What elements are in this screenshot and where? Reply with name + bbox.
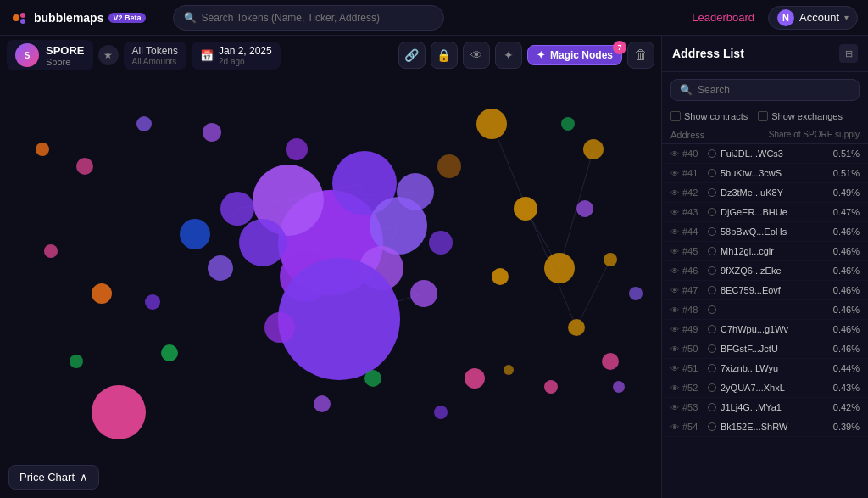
bubble-node[interactable] (92, 283, 112, 304)
bubble-node[interactable] (76, 158, 93, 175)
bubble-node[interactable] (286, 138, 308, 160)
address-row[interactable]: 👁 #49 C7hWpu...g1Wv 0.46% (662, 320, 868, 339)
row-address: J1Lj4G...MYa1 (721, 402, 821, 412)
bubble-node[interactable] (561, 117, 575, 131)
magic-icon: ✦ (537, 49, 545, 61)
magic-nodes-button[interactable]: ✦ Magic Nodes 7 (527, 45, 622, 65)
bubble-node[interactable] (629, 287, 643, 300)
search-input[interactable] (202, 12, 433, 24)
address-row[interactable]: 👁 #47 8EC759...Eovf 0.46% (662, 281, 868, 300)
row-number: #51 (682, 363, 708, 373)
search-bar[interactable]: 🔍 (173, 5, 444, 31)
row-share: 0.46% (821, 246, 860, 256)
address-row[interactable]: 👁 #44 58pBwQ...EoHs 0.46% (662, 222, 868, 242)
row-icons: 👁 (670, 188, 679, 198)
row-circle (708, 364, 716, 372)
bubble-node[interactable] (314, 395, 331, 412)
bubble-node[interactable] (410, 280, 437, 307)
row-circle (708, 383, 716, 392)
row-circle (708, 325, 716, 333)
bubble-node[interactable] (136, 116, 152, 131)
contracts-checkbox[interactable] (670, 111, 681, 121)
bubble-node[interactable] (492, 268, 509, 285)
bubble-node[interactable] (44, 244, 58, 258)
magic-badge: 7 (613, 41, 626, 54)
price-chart-button[interactable]: Price Chart ∧ (8, 465, 99, 490)
address-row[interactable]: 👁 #53 J1Lj4G...MYa1 0.42% (662, 398, 868, 417)
bubble-node[interactable] (583, 139, 604, 159)
bubble-node[interactable] (92, 385, 146, 439)
row-circle (708, 286, 716, 294)
account-button[interactable]: N Account ▾ (768, 6, 858, 30)
show-contracts-filter[interactable]: Show contracts (670, 111, 748, 121)
bubble-node[interactable] (568, 319, 585, 336)
bubble-node[interactable] (180, 219, 210, 249)
bubble-node[interactable] (514, 197, 537, 221)
show-exchanges-filter[interactable]: Show exchanges (758, 111, 843, 121)
bubble-node[interactable] (544, 380, 558, 394)
address-row[interactable]: 👁 #48 0.46% (662, 300, 868, 320)
bubble-node[interactable] (364, 370, 381, 387)
row-share: 0.46% (821, 227, 860, 237)
bubble-node[interactable] (604, 253, 617, 266)
bubble-node[interactable] (220, 192, 254, 226)
star-button[interactable]: ★ (98, 45, 119, 65)
address-row[interactable]: 👁 #51 7xiznb...LWyu 0.44% (662, 359, 868, 378)
address-row[interactable]: 👁 #45 Mh12gi...cgir 0.46% (662, 242, 868, 261)
bubble-node[interactable] (203, 123, 221, 142)
bubble-node[interactable] (437, 154, 461, 178)
eye-tool-button[interactable]: 👁 (463, 42, 490, 69)
panel-close-button[interactable]: ⊟ (839, 44, 858, 63)
lock-tool-button[interactable]: 🔒 (431, 42, 458, 69)
bubble-node[interactable] (161, 344, 178, 361)
row-circle (708, 344, 716, 353)
lock-icon: 🔒 (437, 48, 451, 62)
bubble-node[interactable] (239, 219, 287, 266)
bubble-node[interactable] (397, 173, 434, 210)
address-row[interactable]: 👁 #52 2yQUA7...XhxL 0.43% (662, 378, 868, 398)
settings-tool-button[interactable]: ✦ (495, 42, 522, 69)
eye-row-icon: 👁 (670, 325, 679, 334)
bubble-node[interactable] (278, 258, 400, 380)
bubble-node[interactable] (145, 294, 160, 310)
bubble-node[interactable] (36, 143, 49, 156)
bubble-node[interactable] (70, 355, 83, 368)
bubble-node[interactable] (602, 353, 619, 370)
row-circle (708, 149, 716, 158)
address-row[interactable]: 👁 #46 9fXZQ6...zEke 0.46% (662, 261, 868, 281)
bubble-node[interactable] (208, 255, 233, 281)
exchanges-checkbox[interactable] (758, 111, 768, 121)
bubble-node[interactable] (544, 253, 575, 283)
bubble-node[interactable] (476, 109, 507, 139)
logo[interactable]: bubblemaps V2 Beta (10, 8, 146, 27)
bubble-node[interactable] (504, 365, 514, 375)
address-row[interactable]: 👁 #40 FuiJDL...WCs3 0.51% (662, 144, 868, 164)
row-address: Bk152E...ShRW (721, 422, 821, 432)
trash-button[interactable]: 🗑 (627, 42, 654, 69)
date-range[interactable]: 📅 Jan 2, 2025 2d ago (192, 42, 281, 70)
filters-row: Show contracts Show exchanges (662, 108, 868, 126)
bubble-node[interactable] (264, 312, 295, 343)
address-row[interactable]: 👁 #54 Bk152E...ShRW 0.39% (662, 417, 868, 437)
bubble-node[interactable] (434, 406, 448, 419)
address-row[interactable]: 👁 #43 DjGeER...BHUe 0.47% (662, 203, 868, 222)
address-row[interactable]: 👁 #41 5buKtw...3cwS 0.51% (662, 164, 868, 183)
panel-search[interactable]: 🔍 (670, 79, 860, 101)
eye-row-icon: 👁 (670, 247, 679, 256)
token-info[interactable]: S SPORE Spore (7, 40, 93, 70)
link-tool-button[interactable]: 🔗 (398, 42, 426, 69)
row-icons: 👁 (670, 266, 679, 276)
row-icons: 👁 (670, 344, 679, 354)
leaderboard-link[interactable]: Leaderboard (692, 11, 754, 24)
address-row[interactable]: 👁 #42 Dz3tMe...uK8Y 0.49% (662, 183, 868, 203)
eye-row-icon: 👁 (670, 149, 679, 159)
bubble-node[interactable] (429, 231, 453, 255)
address-row[interactable]: 👁 #50 BFGstF...JctU 0.46% (662, 339, 868, 359)
address-search-input[interactable] (698, 84, 850, 96)
top-toolbar: S SPORE Spore ★ All Tokens All Amounts 📅… (0, 36, 661, 75)
bubble-node[interactable] (465, 368, 485, 389)
bubble-node[interactable] (576, 200, 593, 217)
bubble-node[interactable] (613, 381, 625, 393)
token-filter[interactable]: All Tokens All Amounts (124, 42, 186, 70)
row-address: 5buKtw...3cwS (721, 168, 821, 178)
